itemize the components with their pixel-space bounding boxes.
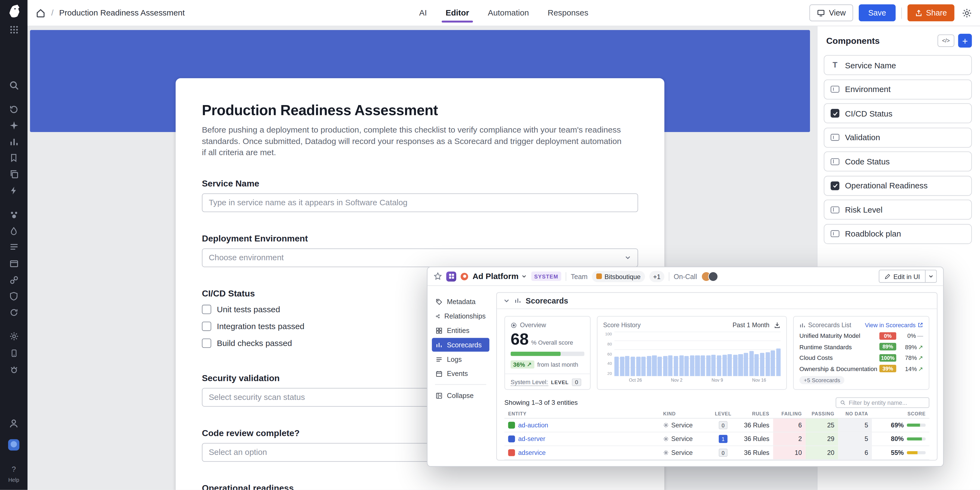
table-row[interactable]: ad-server Service 1 36 Rules 2 29 5 80% bbox=[504, 432, 929, 446]
nav-item-entities[interactable]: Entities bbox=[432, 323, 489, 337]
field-operational-readiness: Operational readiness bbox=[202, 483, 638, 490]
scorecard-row[interactable]: Unified Maturity Model 0% 0%— bbox=[799, 332, 923, 340]
apps-grid-icon[interactable] bbox=[0, 25, 27, 34]
score-bar bbox=[907, 437, 926, 441]
settings-gear-icon[interactable] bbox=[962, 8, 972, 18]
system-app-icon bbox=[446, 271, 456, 281]
operational-label: Operational readiness bbox=[202, 483, 638, 490]
entity-link[interactable]: ad-server bbox=[518, 436, 545, 442]
monitors-icon[interactable] bbox=[0, 210, 27, 219]
entity-logo bbox=[508, 449, 515, 456]
bookmark-icon[interactable] bbox=[0, 153, 27, 163]
history-icon[interactable] bbox=[0, 105, 27, 115]
team-label: Team bbox=[571, 273, 588, 280]
share-button[interactable]: Share bbox=[907, 4, 955, 21]
account-icon[interactable] bbox=[0, 419, 27, 429]
incidents-icon[interactable] bbox=[0, 227, 27, 236]
scorecard-row[interactable]: Runtime Standards 89% 89%↗ bbox=[799, 343, 923, 351]
score-history-title: Score History bbox=[603, 321, 641, 328]
service-name-input[interactable] bbox=[202, 193, 638, 212]
components-title: Components bbox=[826, 36, 937, 46]
scorecard-row[interactable]: Cloud Costs 100% 78%↗ bbox=[799, 354, 923, 362]
nav-item-collapse[interactable]: Collapse bbox=[432, 388, 489, 402]
error-tracking-icon[interactable] bbox=[0, 365, 27, 374]
nav-divider bbox=[435, 384, 486, 385]
view-button[interactable]: View bbox=[810, 4, 853, 21]
oncall-avatars[interactable] bbox=[701, 271, 718, 281]
entity-link[interactable]: ad-auction bbox=[518, 422, 548, 428]
component-item-roadblock-plan[interactable]: Roadblock plan bbox=[824, 224, 972, 244]
trend-badge: 36% ↗ bbox=[511, 361, 534, 369]
component-item-service-name[interactable]: T Service Name bbox=[824, 55, 972, 75]
component-item-risk-level[interactable]: Risk Level bbox=[824, 200, 972, 220]
nav-item-logs[interactable]: Logs bbox=[432, 352, 489, 366]
entity-link[interactable]: adservice bbox=[518, 449, 546, 456]
app-root: ? Help / Production Readiness Assessment… bbox=[0, 0, 980, 490]
apm-icon[interactable] bbox=[0, 259, 27, 268]
entities-table: Showing 1–3 of 3 entities ENTITY KIND LE… bbox=[504, 396, 929, 460]
view-in-scorecards-link[interactable]: View in Scorecards bbox=[865, 321, 923, 328]
table-row[interactable]: ad-auction Service 0 36 Rules 6 25 5 69% bbox=[504, 419, 929, 433]
entity-filter-input[interactable] bbox=[835, 397, 929, 407]
edit-dropdown-button[interactable] bbox=[926, 270, 937, 283]
quick-actions-icon[interactable] bbox=[0, 186, 27, 195]
api-catalog-icon[interactable] bbox=[0, 275, 27, 284]
add-component-button[interactable]: + bbox=[958, 34, 972, 48]
environment-label: Deployment Environment bbox=[202, 233, 638, 243]
code-view-button[interactable]: </> bbox=[937, 34, 955, 47]
table-row[interactable]: adservice Service 0 36 Rules 10 20 6 55% bbox=[504, 446, 929, 460]
checkbox-icon bbox=[202, 338, 211, 348]
team-badge[interactable]: Bitsboutique bbox=[592, 271, 645, 282]
components-header: Components </> + bbox=[818, 26, 980, 55]
tab-responses[interactable]: Responses bbox=[548, 0, 589, 26]
nav-item-events[interactable]: Events bbox=[432, 367, 489, 381]
tab-ai[interactable]: AI bbox=[419, 0, 427, 26]
service-name-dropdown[interactable]: Ad Platform bbox=[473, 272, 527, 281]
datadog-logo[interactable] bbox=[0, 4, 27, 19]
help-icon[interactable]: ? bbox=[0, 465, 27, 474]
copy-icon[interactable] bbox=[0, 169, 27, 179]
search-icon[interactable] bbox=[0, 80, 27, 91]
team-avatar-icon bbox=[596, 273, 602, 279]
download-icon[interactable] bbox=[774, 321, 781, 328]
metrics-icon[interactable] bbox=[0, 137, 27, 146]
popup-header: Ad Platform SYSTEM Team Bitsboutique +1 … bbox=[428, 267, 943, 286]
component-item-cicd-status[interactable]: CI/CD Status bbox=[824, 103, 972, 123]
workspace-avatar[interactable] bbox=[0, 439, 27, 450]
tab-automation[interactable]: Automation bbox=[488, 0, 529, 26]
security-icon[interactable] bbox=[0, 292, 27, 301]
sync-icon[interactable] bbox=[0, 308, 27, 317]
environment-select[interactable]: Choose environment bbox=[202, 248, 638, 267]
nav-item-metadata[interactable]: Metadata bbox=[432, 295, 489, 309]
tab-editor[interactable]: Editor bbox=[445, 0, 469, 26]
popup-side-nav: Metadata Relationships Entities Scorecar… bbox=[428, 287, 494, 466]
nav-item-scorecards[interactable]: Scorecards bbox=[432, 338, 489, 352]
star-icon[interactable] bbox=[434, 272, 442, 280]
scorecard-row[interactable]: Ownership & Documentation 39% 14%↗ bbox=[799, 365, 923, 372]
component-item-operational-readiness[interactable]: Operational Readiness bbox=[824, 176, 972, 196]
logs-icon[interactable] bbox=[0, 242, 27, 252]
team-extra-badge[interactable]: +1 bbox=[649, 271, 664, 282]
chevron-down-icon bbox=[624, 254, 631, 261]
bits-ai-icon[interactable] bbox=[0, 121, 27, 130]
component-item-validation[interactable]: Validation bbox=[824, 128, 972, 148]
service-preview-popup: Ad Platform SYSTEM Team Bitsboutique +1 … bbox=[427, 267, 944, 467]
divider bbox=[566, 272, 566, 281]
component-item-environment[interactable]: Environment bbox=[824, 79, 972, 99]
avatar bbox=[708, 271, 718, 281]
component-item-code-status[interactable]: Code Status bbox=[824, 152, 972, 171]
score-bar bbox=[907, 451, 926, 454]
collapse-chevron-icon[interactable] bbox=[503, 297, 510, 304]
settings-icon[interactable] bbox=[0, 332, 27, 341]
mobile-icon[interactable] bbox=[0, 348, 27, 358]
save-button[interactable]: Save bbox=[859, 4, 895, 21]
toolbar-actions: View Save Share bbox=[810, 4, 980, 21]
time-range-label[interactable]: Past 1 Month bbox=[733, 321, 769, 328]
edit-in-ui-button[interactable]: Edit in UI bbox=[879, 270, 926, 283]
home-icon[interactable] bbox=[36, 8, 46, 18]
more-scorecards-badge[interactable]: +5 Scorecards bbox=[799, 376, 845, 384]
overall-score: 68 bbox=[511, 331, 528, 347]
top-bar: / Production Readiness Assessment AI Edi… bbox=[27, 0, 980, 26]
input-field-icon bbox=[831, 206, 839, 213]
nav-item-relationships[interactable]: Relationships bbox=[432, 309, 489, 323]
